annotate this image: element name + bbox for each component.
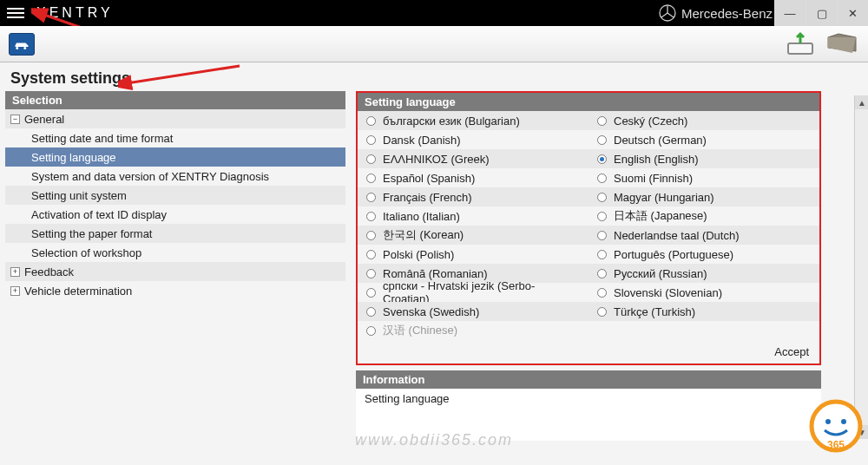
language-option[interactable]: ΕΛΛΗΝΙΚΟΣ (Greek) bbox=[358, 149, 589, 168]
radio-icon[interactable] bbox=[366, 269, 376, 278]
language-option[interactable]: Magyar (Hungarian) bbox=[589, 187, 819, 206]
tree-item-version[interactable]: System and data version of XENTRY Diagno… bbox=[5, 167, 345, 186]
close-button[interactable]: ✕ bbox=[837, 0, 868, 26]
tree-item-language[interactable]: Setting language bbox=[5, 147, 345, 167]
language-label: 日本語 (Japanese) bbox=[614, 208, 707, 224]
brand-label: Mercedes-Benz bbox=[659, 0, 773, 26]
language-option[interactable]: Français (French) bbox=[358, 187, 589, 206]
language-label: Français (French) bbox=[383, 191, 472, 204]
language-label: 한국의 (Korean) bbox=[383, 227, 464, 243]
menu-icon[interactable] bbox=[7, 8, 24, 18]
selection-header: Selection bbox=[5, 91, 345, 109]
radio-icon[interactable] bbox=[366, 174, 376, 183]
language-option[interactable]: English (English) bbox=[589, 149, 819, 168]
language-option[interactable]: български език (Bulgarian) bbox=[358, 111, 589, 130]
language-option bbox=[589, 321, 819, 340]
minimize-button[interactable]: — bbox=[774, 0, 806, 26]
radio-icon[interactable] bbox=[597, 116, 607, 126]
language-label: Dansk (Danish) bbox=[383, 134, 461, 147]
tree-item-paper[interactable]: Setting the paper format bbox=[5, 224, 345, 243]
upload-scanner-icon[interactable] bbox=[785, 31, 816, 57]
language-label: Italiano (Italian) bbox=[383, 210, 460, 223]
language-option[interactable]: Suomi (Finnish) bbox=[589, 168, 819, 187]
language-label: English (English) bbox=[614, 153, 699, 166]
radio-icon[interactable] bbox=[366, 231, 376, 240]
tree-item-units[interactable]: Setting unit system bbox=[5, 186, 345, 205]
svg-rect-2 bbox=[788, 43, 812, 54]
vertical-scrollbar[interactable]: ▲ ▼ bbox=[854, 95, 868, 439]
language-label: Polski (Polish) bbox=[383, 248, 454, 261]
language-option[interactable]: Ceský (Czech) bbox=[589, 111, 819, 130]
radio-icon[interactable] bbox=[597, 193, 607, 202]
tree-item-workshop[interactable]: Selection of workshop bbox=[5, 243, 345, 262]
language-label: Русский (Russian) bbox=[614, 267, 707, 280]
radio-icon[interactable] bbox=[366, 212, 376, 221]
setting-language-header: Setting language bbox=[358, 93, 819, 111]
radio-icon[interactable] bbox=[597, 288, 607, 298]
information-panel: Information Setting language bbox=[356, 370, 821, 441]
window-controls: — ▢ ✕ bbox=[774, 0, 868, 26]
radio-icon[interactable] bbox=[366, 154, 376, 164]
svg-point-5 bbox=[825, 419, 831, 424]
language-option[interactable]: Português (Portuguese) bbox=[589, 245, 819, 264]
language-option[interactable]: Svenska (Swedish) bbox=[358, 302, 589, 321]
svg-text:365: 365 bbox=[827, 439, 845, 451]
radio-icon[interactable] bbox=[597, 154, 607, 164]
tree-item-datetime[interactable]: Setting date and time format bbox=[5, 128, 345, 147]
radio-icon[interactable] bbox=[597, 212, 607, 221]
language-option[interactable]: Español (Spanish) bbox=[358, 168, 589, 187]
language-option[interactable]: Nederlandse taal (Dutch) bbox=[589, 226, 819, 245]
language-label: Svenska (Swedish) bbox=[383, 305, 479, 318]
language-label: български език (Bulgarian) bbox=[383, 115, 520, 128]
folder-icon[interactable] bbox=[826, 31, 858, 57]
language-option[interactable]: Русский (Russian) bbox=[589, 264, 819, 283]
expand-icon[interactable]: + bbox=[10, 286, 20, 296]
language-option[interactable]: Polski (Polish) bbox=[358, 245, 589, 264]
radio-icon[interactable] bbox=[597, 135, 607, 145]
language-label: Português (Portuguese) bbox=[614, 248, 733, 261]
radio-icon[interactable] bbox=[366, 307, 376, 317]
tree-item-textid[interactable]: Activation of text ID display bbox=[5, 205, 345, 224]
language-label: Español (Spanish) bbox=[383, 172, 475, 185]
maximize-button[interactable]: ▢ bbox=[806, 0, 837, 26]
language-label: Română (Romanian) bbox=[383, 267, 488, 280]
language-option[interactable]: 日本語 (Japanese) bbox=[589, 206, 819, 226]
language-list: български език (Bulgarian)Ceský (Czech)D… bbox=[358, 111, 819, 340]
language-option[interactable]: Italiano (Italian) bbox=[358, 206, 589, 226]
radio-icon[interactable] bbox=[597, 307, 607, 317]
language-option[interactable]: 한국의 (Korean) bbox=[358, 226, 589, 245]
information-header: Information bbox=[356, 370, 821, 389]
language-option[interactable]: Slovenski (Slovenian) bbox=[589, 283, 819, 302]
radio-icon[interactable] bbox=[366, 250, 376, 259]
language-label: Türkçe (Turkish) bbox=[614, 305, 695, 318]
tree-group-label: Vehicle determination bbox=[24, 285, 132, 298]
language-option[interactable]: Dansk (Danish) bbox=[358, 130, 589, 149]
vehicle-button[interactable] bbox=[9, 33, 35, 56]
tree-group-feedback[interactable]: + Feedback bbox=[5, 262, 345, 281]
radio-icon[interactable] bbox=[366, 135, 376, 145]
radio-icon[interactable] bbox=[597, 174, 607, 183]
tree-group-general[interactable]: − General bbox=[5, 109, 345, 128]
radio-icon[interactable] bbox=[366, 116, 376, 126]
language-label: ΕΛΛΗΝΙΚΟΣ (Greek) bbox=[383, 153, 490, 166]
accept-button[interactable]: Accept bbox=[774, 345, 809, 358]
radio-icon[interactable] bbox=[366, 288, 376, 298]
scroll-up-icon[interactable]: ▲ bbox=[855, 95, 868, 109]
expand-icon[interactable]: + bbox=[10, 267, 20, 277]
language-label: 汉语 (Chinese) bbox=[383, 323, 457, 338]
mercedes-logo-icon bbox=[659, 4, 676, 22]
tree-group-label: General bbox=[24, 113, 64, 126]
selection-panel: Selection − General Setting date and tim… bbox=[5, 91, 345, 441]
radio-icon[interactable] bbox=[366, 193, 376, 202]
titlebar: XENTRY Mercedes-Benz — ▢ ✕ bbox=[0, 0, 868, 26]
language-option[interactable]: српски - Hrvatski jezik (Serbo-Croatian) bbox=[358, 283, 589, 302]
tree-group-vehicle-determination[interactable]: + Vehicle determination bbox=[5, 281, 345, 300]
language-option[interactable]: Deutsch (German) bbox=[589, 130, 819, 149]
radio-icon[interactable] bbox=[597, 269, 607, 278]
obd365-logo-icon: 365 bbox=[809, 399, 863, 453]
language-option[interactable]: Türkçe (Turkish) bbox=[589, 302, 819, 321]
collapse-icon[interactable]: − bbox=[10, 115, 20, 124]
language-panel: Setting language български език (Bulgari… bbox=[356, 91, 821, 365]
radio-icon[interactable] bbox=[597, 231, 607, 240]
radio-icon[interactable] bbox=[597, 250, 607, 259]
